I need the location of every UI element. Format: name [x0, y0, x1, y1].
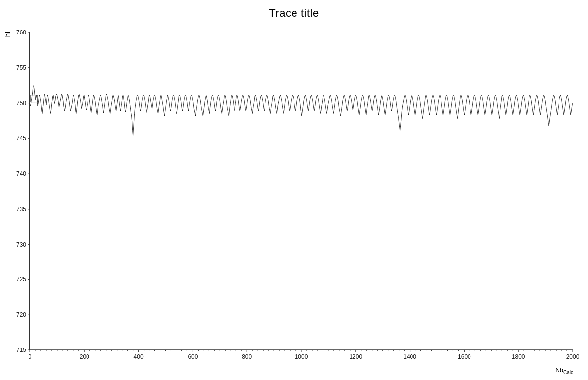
svg-text:760: 760	[16, 29, 26, 36]
svg-text:1000: 1000	[295, 353, 308, 360]
svg-text:730: 730	[16, 241, 26, 248]
svg-text:720: 720	[16, 311, 26, 318]
chart-container: Trace title hl NbCalc 715 720 725 730 73…	[0, 0, 588, 380]
svg-text:1800: 1800	[512, 353, 525, 360]
svg-text:200: 200	[80, 353, 89, 360]
svg-text:400: 400	[134, 353, 144, 360]
svg-text:1400: 1400	[403, 353, 416, 360]
chart-plot-area: 715 720 725 730 735 740 745 750 755 760	[29, 32, 573, 350]
svg-text:725: 725	[16, 276, 26, 283]
svg-text:740: 740	[16, 170, 26, 177]
svg-text:2000: 2000	[566, 353, 580, 360]
svg-text:800: 800	[242, 353, 252, 360]
y-axis-label: hl	[4, 32, 11, 37]
svg-text:750: 750	[16, 100, 26, 107]
svg-text:735: 735	[16, 206, 26, 213]
svg-text:745: 745	[16, 135, 26, 142]
svg-text:755: 755	[16, 64, 26, 71]
chart-svg: 715 720 725 730 735 740 745 750 755 760	[30, 32, 573, 350]
x-axis-label: NbCalc	[555, 366, 573, 375]
svg-text:600: 600	[188, 353, 198, 360]
svg-text:0: 0	[29, 353, 32, 360]
svg-text:1200: 1200	[349, 353, 362, 360]
svg-text:1600: 1600	[458, 353, 471, 360]
svg-text:715: 715	[16, 347, 26, 353]
chart-title: Trace title	[0, 0, 588, 20]
